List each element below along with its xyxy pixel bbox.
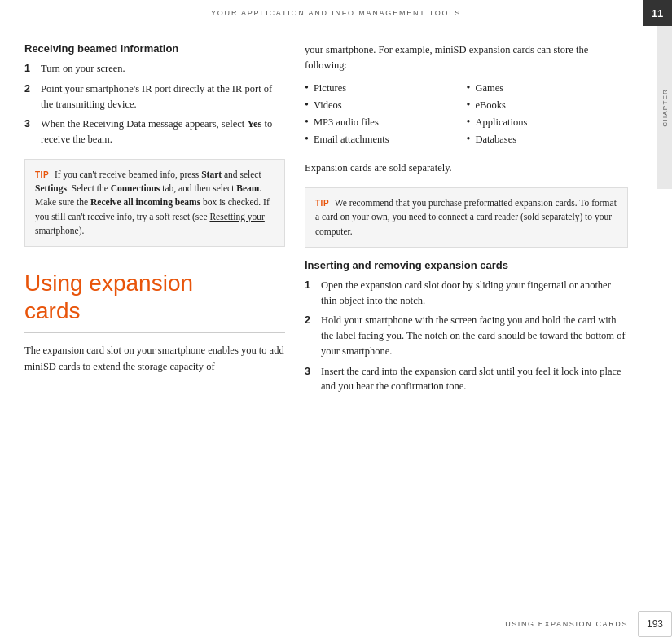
- expansion-cards-heading: Using expansion cards: [24, 270, 285, 324]
- chapter-badge: 11: [643, 0, 672, 26]
- right-column: your smartphone. For example, miniSD exp…: [305, 26, 628, 611]
- page-header: YOUR APPLICATION AND INFO MANAGEMENT TOO…: [0, 0, 672, 26]
- bullet-dot-7: •: [467, 116, 471, 128]
- bullet-games-text: Games: [475, 82, 503, 94]
- beamed-steps: 1 Turn on your screen. 2 Point your smar…: [24, 61, 285, 147]
- bullet-ebooks-text: eBooks: [475, 99, 506, 112]
- beamed-heading: Receiving beamed information: [24, 42, 285, 55]
- step-3-text: When the Receiving Data message appears,…: [41, 116, 285, 147]
- bullet-dot-8: •: [467, 134, 471, 145]
- tip-label-1: TIP: [35, 170, 49, 179]
- step-2: 2 Point your smartphone's IR port direct…: [24, 81, 285, 112]
- insert-step-3: 3 Insert the card into the expansion car…: [305, 364, 628, 395]
- step-1-text: Turn on your screen.: [41, 61, 125, 77]
- bullet-col-right: • Games • eBooks • Applications • Databa…: [467, 82, 629, 151]
- bullet-dot-6: •: [467, 99, 471, 111]
- step-2-text: Point your smartphone's IR port directly…: [41, 81, 285, 112]
- expansion-note: Expansion cards are sold separately.: [305, 160, 628, 176]
- tip-text-1: If you can't receive beamed info, press …: [35, 169, 270, 235]
- bullet-games: • Games: [467, 82, 629, 94]
- insert-step-1-text: Open the expansion card slot door by sli…: [321, 278, 628, 309]
- bullet-mp3: • MP3 audio files: [305, 116, 467, 129]
- expansion-intro: The expansion card slot on your smartpho…: [24, 343, 285, 375]
- page-footer: USING EXPANSION CARDS 193: [0, 611, 672, 637]
- header-title: YOUR APPLICATION AND INFO MANAGEMENT TOO…: [211, 9, 461, 17]
- bullet-email: • Email attachments: [305, 134, 467, 146]
- bullet-mp3-text: MP3 audio files: [314, 116, 379, 129]
- bullet-dot-5: •: [467, 82, 471, 94]
- bullet-applications: • Applications: [467, 116, 629, 129]
- footer-text: USING EXPANSION CARDS: [505, 620, 628, 628]
- insert-step-3-text: Insert the card into the expansion card …: [321, 364, 628, 395]
- tip-text-2: We recommend that you purchase preformat…: [315, 198, 617, 236]
- chapter-sidebar-label: CHAPTER: [661, 89, 669, 127]
- tip-label-2: TIP: [315, 199, 329, 208]
- bullet-videos: • Videos: [305, 99, 467, 112]
- chapter-sidebar: CHAPTER: [657, 26, 672, 189]
- bullet-dot-1: •: [305, 82, 309, 94]
- insert-step-1-num: 1: [305, 278, 316, 309]
- bullet-databases: • Databases: [467, 134, 629, 146]
- insert-step-1: 1 Open the expansion card slot door by s…: [305, 278, 628, 309]
- page-number: 193: [647, 618, 663, 630]
- step-3: 3 When the Receiving Data message appear…: [24, 116, 285, 147]
- step-3-num: 3: [24, 116, 36, 147]
- bullet-email-text: Email attachments: [314, 134, 389, 146]
- bullet-databases-text: Databases: [475, 134, 516, 146]
- tip-box-beamed: TIP If you can't receive beamed info, pr…: [24, 159, 285, 247]
- bullet-columns: • Pictures • Videos • MP3 audio files • …: [305, 82, 628, 151]
- inserting-heading: Inserting and removing expansion cards: [305, 259, 628, 271]
- insert-step-2-text: Hold your smartphone with the screen fac…: [321, 313, 628, 358]
- bullet-applications-text: Applications: [475, 116, 527, 129]
- page-number-badge: 193: [638, 611, 672, 637]
- main-content: Receiving beamed information 1 Turn on y…: [24, 26, 628, 611]
- inserting-steps: 1 Open the expansion card slot door by s…: [305, 278, 628, 394]
- left-column: Receiving beamed information 1 Turn on y…: [24, 26, 285, 611]
- step-2-num: 2: [24, 81, 36, 112]
- tip-box-expansion: TIP We recommend that you purchase prefo…: [305, 187, 628, 248]
- insert-step-3-num: 3: [305, 364, 316, 395]
- right-intro: your smartphone. For example, miniSD exp…: [305, 42, 628, 74]
- bullet-ebooks: • eBooks: [467, 99, 629, 112]
- insert-step-2-num: 2: [305, 313, 316, 358]
- bullet-col-left: • Pictures • Videos • MP3 audio files • …: [305, 82, 467, 151]
- bullet-videos-text: Videos: [314, 99, 342, 112]
- step-1-num: 1: [24, 61, 36, 77]
- bullet-dot-4: •: [305, 134, 309, 145]
- step-1: 1 Turn on your screen.: [24, 61, 285, 77]
- bullet-pictures-text: Pictures: [314, 82, 346, 94]
- bullet-dot-3: •: [305, 116, 309, 128]
- bullet-pictures: • Pictures: [305, 82, 467, 94]
- section-divider: [24, 332, 285, 333]
- bullet-dot-2: •: [305, 99, 309, 111]
- insert-step-2: 2 Hold your smartphone with the screen f…: [305, 313, 628, 358]
